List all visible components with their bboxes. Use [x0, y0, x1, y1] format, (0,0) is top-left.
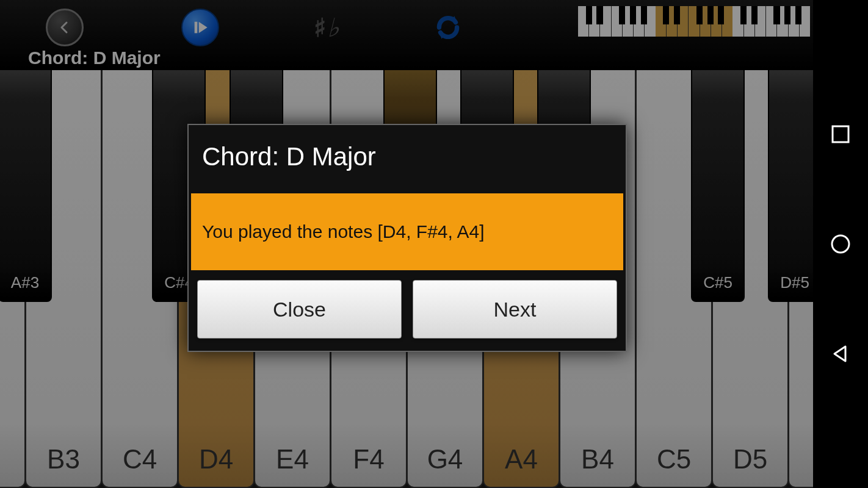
- svg-point-2: [832, 235, 849, 253]
- recent-apps-button[interactable]: [830, 123, 852, 145]
- back-nav-button[interactable]: [830, 343, 852, 365]
- triangle-back-icon: [830, 343, 852, 365]
- app-area: B3C4D4E4F4G4A4B4C5D5 A#3C#4D#4F#4G#4A#4C…: [0, 0, 813, 488]
- svg-rect-1: [833, 126, 848, 142]
- dialog-buttons: Close Next: [189, 270, 626, 351]
- dialog-title: Chord: D Major: [189, 125, 626, 193]
- next-button[interactable]: Next: [413, 280, 617, 339]
- result-dialog: Chord: D Major You played the notes [D4,…: [187, 124, 627, 352]
- circle-icon: [830, 233, 852, 255]
- home-button[interactable]: [830, 233, 852, 255]
- square-icon: [830, 123, 852, 145]
- android-nav-bar: [813, 0, 868, 488]
- dialog-message: You played the notes [D4, F#4, A4]: [191, 193, 623, 270]
- close-button[interactable]: Close: [197, 280, 402, 339]
